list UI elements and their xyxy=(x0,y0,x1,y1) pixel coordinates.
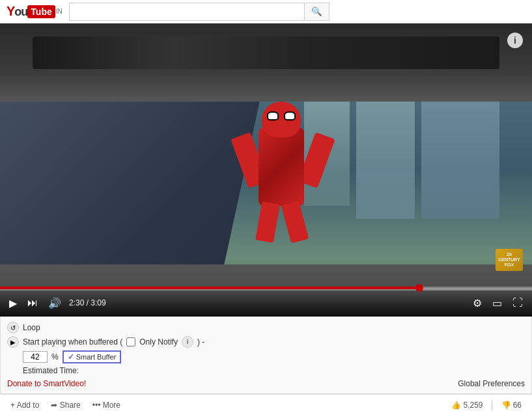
plugin-estimated-row: Estimated Time: xyxy=(7,365,525,376)
percent-sign: % xyxy=(51,352,59,361)
time-display: 2:30 / 3:09 xyxy=(69,298,106,307)
buffer-percent-input[interactable]: 42 xyxy=(23,351,48,363)
dp-body xyxy=(259,128,304,206)
after-paren-label: ) - xyxy=(197,337,204,347)
plugin-loop-label: Loop xyxy=(23,323,40,332)
plugin-play-icon[interactable]: ▶ xyxy=(7,336,19,348)
logo-suffix: IN xyxy=(56,8,63,15)
only-notify-info-icon[interactable]: i xyxy=(182,336,193,348)
miniplayer-button[interactable]: ▭ xyxy=(490,296,505,311)
smartvideo-plugin-bar: ↺ Loop ▶ Start playing when buffered ( O… xyxy=(0,317,532,394)
header: You Tube IN 🔍 xyxy=(0,0,532,23)
fox-logo: 20 CENTURY FOX xyxy=(496,249,523,271)
car-detail xyxy=(33,36,499,69)
like-count: 5,259 xyxy=(463,401,483,410)
play-button[interactable]: ▶ xyxy=(7,296,20,311)
plugin-loop-row: ↺ Loop xyxy=(7,320,525,335)
video-player: i 20 CENTURY FOX ▶ ⏭ 🔊 2:30 / 3:09 ⚙ ▭ ⛶ xyxy=(0,23,532,317)
global-preferences-link[interactable]: Global Preferences xyxy=(458,379,525,388)
deadpool-figure xyxy=(239,102,330,232)
plugin-footer: Donate to SmartVideo! Global Preferences xyxy=(7,376,525,390)
fullscreen-button[interactable]: ⛶ xyxy=(510,296,525,310)
more-button[interactable]: ••• More xyxy=(89,399,124,411)
settings-button[interactable]: ⚙ xyxy=(470,296,484,311)
search-button[interactable]: 🔍 xyxy=(304,3,329,21)
right-controls: ⚙ ▭ ⛶ xyxy=(470,296,525,311)
thumbs-up-icon: 👍 xyxy=(451,401,461,410)
search-bar: 🔍 xyxy=(69,3,329,21)
plugin-loop-icon[interactable]: ↺ xyxy=(7,322,19,333)
skip-button[interactable]: ⏭ xyxy=(25,296,40,310)
car-underside xyxy=(0,23,532,102)
smart-buffer-check-icon: ✓ xyxy=(68,352,74,361)
plugin-buffer-row: 42 % ✓ Smart Buffer xyxy=(7,349,525,365)
dp-head xyxy=(262,102,301,137)
dislike-button[interactable]: 👎 66 xyxy=(497,399,525,411)
action-bar: + Add to ➦ Share ••• More 👍 5,259 | 👎 66 xyxy=(0,394,532,411)
dp-eye-right xyxy=(284,111,296,120)
like-divider: | xyxy=(490,399,493,411)
add-to-button[interactable]: + Add to xyxy=(7,399,43,411)
video-info-button[interactable]: i xyxy=(507,33,523,48)
logo-you-text: You xyxy=(7,4,27,19)
smart-buffer-label: Smart Buffer xyxy=(76,353,117,361)
search-input[interactable] xyxy=(69,3,304,21)
video-thumbnail xyxy=(0,23,532,317)
building-2 xyxy=(356,89,415,219)
plugin-autoplay-row: ▶ Start playing when buffered ( Only Not… xyxy=(7,335,525,349)
smart-buffer-button[interactable]: ✓ Smart Buffer xyxy=(63,350,122,363)
like-button[interactable]: 👍 5,259 xyxy=(447,399,486,411)
dp-eye-left xyxy=(267,111,279,120)
start-playing-label: Start playing when buffered ( xyxy=(23,337,122,347)
thumbs-down-icon: 👎 xyxy=(501,401,511,410)
volume-button[interactable]: 🔊 xyxy=(46,296,64,311)
donate-link[interactable]: Donate to SmartVideo! xyxy=(7,379,86,388)
video-controls: ▶ ⏭ 🔊 2:30 / 3:09 ⚙ ▭ ⛶ xyxy=(0,289,532,317)
logo-tube-text: Tube xyxy=(27,5,55,18)
only-notify-checkbox[interactable] xyxy=(126,337,135,347)
share-button[interactable]: ➦ Share xyxy=(47,399,84,411)
dislike-count: 66 xyxy=(513,401,522,410)
estimated-time-label: Estimated Time: xyxy=(23,366,79,375)
youtube-logo: You Tube IN xyxy=(7,4,63,19)
only-notify-label: Only Notify xyxy=(139,337,178,347)
